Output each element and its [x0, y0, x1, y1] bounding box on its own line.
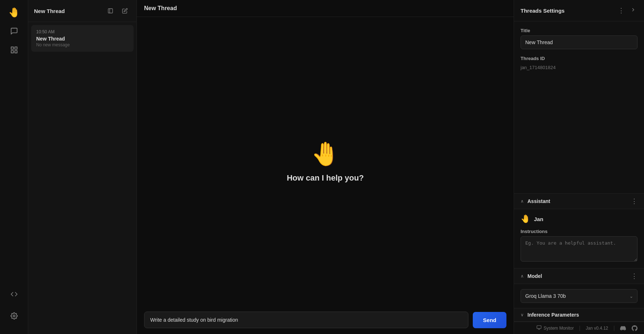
settings-collapse-button[interactable]	[629, 5, 637, 16]
model-chevron-icon: ∧	[521, 274, 524, 279]
message-input[interactable]	[144, 312, 468, 328]
sidebar-item-settings[interactable]	[6, 308, 22, 324]
model-select-wrapper: Groq Llama 3 70b GPT-4 Claude 3	[521, 289, 637, 303]
model-section-title: Model	[527, 273, 542, 279]
inference-section-header[interactable]: ∨ Inference Parameters	[514, 308, 644, 322]
model-section: Groq Llama 3 70b GPT-4 Claude 3	[514, 284, 644, 308]
model-section-header-left: ∧ Model	[521, 273, 542, 279]
svg-rect-1	[14, 47, 17, 49]
model-select[interactable]: Groq Llama 3 70b GPT-4 Claude 3	[521, 289, 637, 303]
model-more-icon[interactable]: ⋮	[631, 272, 637, 280]
main-area: New Thread 🤚 How can I help you? Send	[137, 0, 514, 334]
inference-chevron-icon: ∨	[521, 312, 524, 317]
svg-point-4	[13, 315, 15, 317]
chat-content: 🤚 How can I help you?	[137, 17, 514, 306]
thread-list-header-icons	[105, 5, 131, 17]
github-button[interactable]	[632, 325, 637, 331]
svg-rect-7	[537, 326, 541, 329]
assistant-chevron-icon: ∧	[521, 199, 524, 204]
sidebar-item-grid[interactable]	[6, 42, 22, 58]
assistant-more-icon[interactable]: ⋮	[631, 197, 637, 205]
svg-rect-0	[11, 47, 13, 49]
status-divider-2	[614, 326, 614, 331]
thread-list-panel: New Thread 10:50 AM New Thread No new me…	[28, 0, 137, 334]
sidebar-bottom	[6, 286, 22, 330]
assistant-section-header[interactable]: ∧ Assistant ⋮	[514, 193, 644, 209]
threads-id-label: Threads ID	[521, 56, 637, 61]
svg-rect-5	[108, 9, 113, 13]
monitor-icon	[536, 325, 542, 331]
settings-title: Threads Settings	[521, 8, 565, 14]
thread-list-header: New Thread	[28, 0, 136, 22]
main-title: New Thread	[144, 5, 177, 12]
thread-list-title: New Thread	[34, 8, 65, 14]
monitor-label: System Monitor	[544, 326, 574, 331]
new-thread-button[interactable]	[119, 5, 131, 17]
settings-header-icons: ⋮	[616, 5, 637, 16]
assistant-section: 🤚 Jan Instructions	[514, 209, 644, 268]
threads-id-value: jan_1714801824	[521, 63, 637, 72]
svg-rect-2	[11, 51, 13, 53]
settings-header: Threads Settings ⋮	[514, 0, 644, 21]
title-label: Title	[521, 28, 637, 33]
icon-sidebar: 🤚	[0, 0, 28, 334]
input-area: Send	[137, 306, 514, 334]
assistant-emoji: 🤚	[521, 214, 530, 224]
status-divider-1	[580, 326, 580, 331]
svg-rect-3	[14, 51, 17, 53]
system-monitor-button[interactable]: System Monitor	[536, 325, 574, 331]
settings-body: Title Threads ID jan_1714801824	[514, 21, 644, 193]
title-input[interactable]	[521, 35, 637, 49]
main-header: New Thread	[137, 0, 514, 17]
title-field-group: Title	[521, 28, 637, 49]
thread-preview: No new message	[36, 42, 129, 47]
instructions-group: Instructions	[521, 229, 637, 263]
assistant-item[interactable]: 🤚 Jan	[521, 214, 637, 224]
inference-section-header-left: ∨ Inference Parameters	[521, 312, 579, 318]
discord-button[interactable]	[620, 325, 626, 331]
sidebar-item-code[interactable]	[6, 286, 22, 302]
thread-time: 10:50 AM	[36, 29, 129, 34]
instructions-label: Instructions	[521, 229, 637, 234]
assistant-section-header-left: ∧ Assistant	[521, 198, 550, 204]
sidebar-top: 🤚	[6, 4, 22, 286]
welcome-text: How can I help you?	[287, 173, 364, 183]
status-bar: System Monitor Jan v0.4.12	[514, 322, 644, 334]
threads-id-field-group: Threads ID jan_1714801824	[521, 56, 637, 72]
sidebar-item-home[interactable]: 🤚	[6, 4, 22, 20]
thread-name: New Thread	[36, 36, 129, 42]
sidebar-item-chat[interactable]	[6, 23, 22, 39]
assistant-section-title: Assistant	[527, 198, 550, 204]
instructions-textarea[interactable]	[521, 236, 637, 262]
inference-section-title: Inference Parameters	[527, 312, 579, 318]
send-button[interactable]: Send	[473, 312, 506, 328]
assistant-name: Jan	[534, 216, 543, 222]
settings-panel: Threads Settings ⋮ Title Threads ID jan_…	[514, 0, 644, 334]
thread-items: 10:50 AM New Thread No new message	[28, 22, 136, 334]
version-label: Jan v0.4.12	[586, 326, 608, 331]
thread-item[interactable]: 10:50 AM New Thread No new message	[31, 25, 134, 52]
collapse-sidebar-button[interactable]	[105, 5, 116, 17]
settings-more-button[interactable]: ⋮	[616, 5, 626, 16]
model-section-header[interactable]: ∧ Model ⋮	[514, 268, 644, 284]
welcome-emoji: 🤚	[311, 140, 340, 168]
